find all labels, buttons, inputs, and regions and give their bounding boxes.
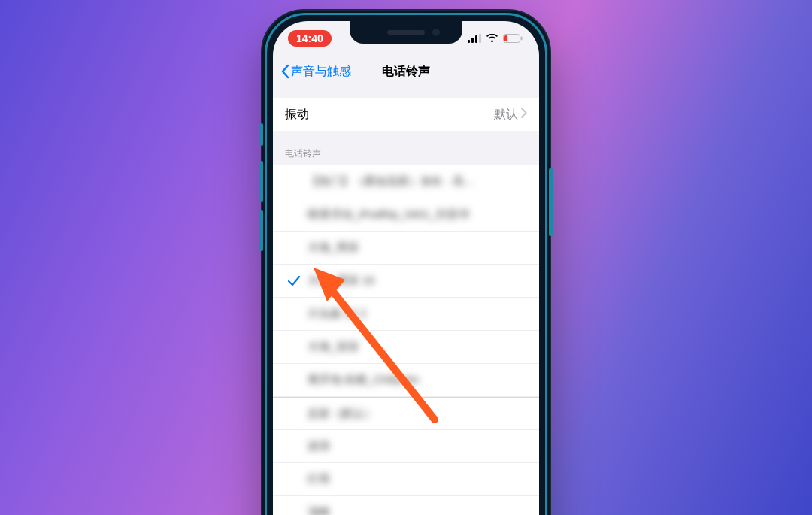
status-time-pill: 14:40 [288, 30, 332, 47]
svg-rect-3 [479, 34, 481, 43]
vibration-value: 默认 [494, 107, 518, 123]
back-button[interactable]: 声音与触感 [280, 64, 351, 80]
chevron-right-icon [521, 108, 527, 121]
ringtone-row[interactable]: 片头曲 32 2 [273, 298, 539, 331]
status-icons [468, 34, 523, 43]
ringtone-label: 灯塔 [308, 472, 527, 486]
ringtone-label: 大海_深深 [308, 340, 527, 354]
ringtone-row[interactable]: 离开地·依赖_Chillyntin [273, 364, 539, 397]
vibration-group: 振动 默认 [273, 98, 539, 131]
ringtone-label: 片头曲 32 2 [308, 307, 527, 321]
ringtone-label: 离开地·依赖_Chillyntin [308, 373, 527, 387]
mute-switch [260, 123, 263, 146]
checkmark-icon [285, 276, 303, 286]
notch [350, 21, 462, 44]
ringtone-label: 大海_周深 [308, 241, 527, 255]
ringtone-label: 反射（默认） [308, 407, 527, 421]
ringtones-section-header: 电话铃声 [273, 131, 539, 165]
svg-rect-0 [468, 40, 470, 43]
ringtone-row[interactable]: 大海_周深 [273, 232, 539, 265]
power-button [549, 168, 553, 236]
ringtone-row[interactable]: 顶峰 [273, 496, 539, 515]
cellular-icon [468, 34, 481, 43]
back-label: 声音与触感 [291, 64, 351, 80]
ringtone-label: 暗香浮动_iPodRip_0401_刘音华 [308, 208, 527, 222]
battery-low-icon [503, 34, 523, 43]
ringtone-label: 波浪 [308, 439, 527, 453]
volume-down-button [259, 210, 263, 251]
volume-up-button [259, 161, 263, 202]
svg-rect-2 [475, 35, 477, 43]
ringtone-row[interactable]: 大海_深深 [273, 331, 539, 364]
ringtone-label: 【热门】（爱似流星）加长 · 高… [308, 174, 527, 189]
nav-bar: 声音与触感 电话铃声 [273, 56, 539, 87]
chevron-left-icon [280, 64, 289, 79]
ringtone-row[interactable]: 波浪 [273, 430, 539, 463]
vibration-row[interactable]: 振动 默认 [273, 98, 539, 131]
screen: 14:40 声音与 [273, 21, 539, 515]
ringtone-list: 【热门】（爱似流星）加长 · 高…暗香浮动_iPodRip_0401_刘音华大海… [273, 165, 539, 515]
svg-rect-5 [521, 37, 523, 41]
svg-rect-6 [504, 35, 508, 41]
vibration-label: 振动 [285, 107, 494, 123]
ringtone-row[interactable]: 【热门】（爱似流星）加长 · 高… [273, 165, 539, 198]
ringtone-label: 大海_周深 16 [308, 274, 527, 288]
wifi-icon [486, 34, 498, 43]
content: 振动 默认 电话铃声 【热门】（爱似流星）加长 · 高…暗香浮动_iPodRip… [273, 87, 539, 515]
ringtone-label: 顶峰 [308, 505, 527, 515]
ringtone-row[interactable]: 大海_周深 16 [273, 265, 539, 298]
page-title: 电话铃声 [382, 64, 430, 80]
ringtone-row[interactable]: 反射（默认） [273, 397, 539, 430]
ringtone-row[interactable]: 暗香浮动_iPodRip_0401_刘音华 [273, 198, 539, 232]
ringtone-row[interactable]: 灯塔 [273, 463, 539, 496]
phone-frame: 14:40 声音与 [261, 9, 551, 515]
svg-rect-1 [471, 38, 474, 43]
